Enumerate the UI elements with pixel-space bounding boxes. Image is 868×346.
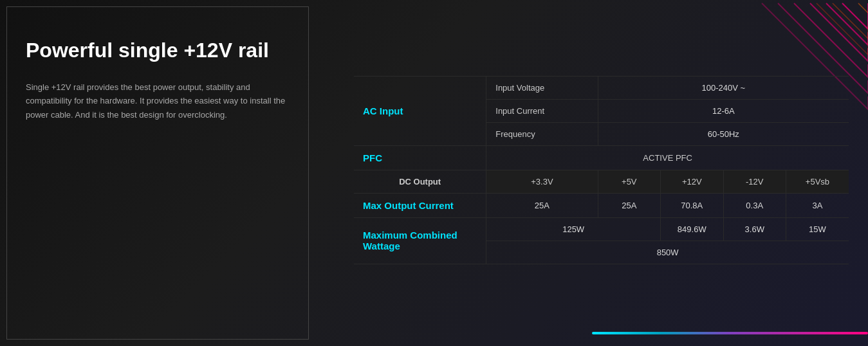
dc-col-5vsb: +5Vsb: [786, 170, 849, 193]
dc-col-neg12v: -12V: [723, 170, 786, 193]
table-row: PFC ACTIVE PFC: [354, 145, 849, 170]
wattage-total: 850W: [486, 241, 849, 264]
dc-col-33v: +3.3V: [486, 170, 598, 193]
table-row: Max Output Current 25A 25A 70.8A 0.3A 3A: [354, 193, 849, 217]
max-current-12v: 70.8A: [661, 193, 723, 217]
spec-table: AC Input Input Voltage 100-240V ~ Input …: [354, 76, 849, 264]
input-current-value: 12-6A: [598, 99, 849, 122]
max-current-5v: 25A: [598, 193, 660, 217]
pfc-label: PFC: [354, 145, 486, 170]
wattage-5vsb: 15W: [786, 217, 849, 241]
dc-output-label: DC Output: [354, 170, 486, 193]
wattage-33v-5v: 125W: [486, 217, 661, 241]
main-title: Powerful single +12V rail: [26, 39, 290, 62]
left-panel: Powerful single +12V rail Single +12V ra…: [0, 0, 315, 346]
max-current-label: Max Output Current: [354, 193, 486, 217]
table-row: Maximum CombinedWattage 125W 849.6W 3.6W…: [354, 217, 849, 241]
frequency-label: Frequency: [486, 122, 598, 145]
dc-output-header-row: DC Output +3.3V +5V +12V -12V +5Vsb: [354, 170, 849, 193]
max-current-33v: 25A: [486, 193, 598, 217]
frequency-value: 60-50Hz: [598, 122, 849, 145]
max-wattage-label: Maximum CombinedWattage: [354, 217, 486, 264]
wattage-neg12v: 3.6W: [723, 217, 786, 241]
input-voltage-label: Input Voltage: [486, 76, 598, 99]
input-voltage-value: 100-240V ~: [598, 76, 849, 99]
gradient-bar: [592, 332, 868, 334]
right-panel: AC Input Input Voltage 100-240V ~ Input …: [296, 0, 868, 346]
pfc-value: ACTIVE PFC: [486, 145, 849, 170]
input-current-label: Input Current: [486, 99, 598, 122]
main-description: Single +12V rail provides the best power…: [26, 80, 290, 122]
wattage-12v: 849.6W: [661, 217, 723, 241]
ac-input-label: AC Input: [354, 76, 486, 145]
dc-col-5v: +5V: [598, 170, 660, 193]
max-current-neg12v: 0.3A: [723, 193, 786, 217]
table-row: AC Input Input Voltage 100-240V ~: [354, 76, 849, 99]
max-current-5vsb: 3A: [786, 193, 849, 217]
dc-col-12v: +12V: [661, 170, 723, 193]
